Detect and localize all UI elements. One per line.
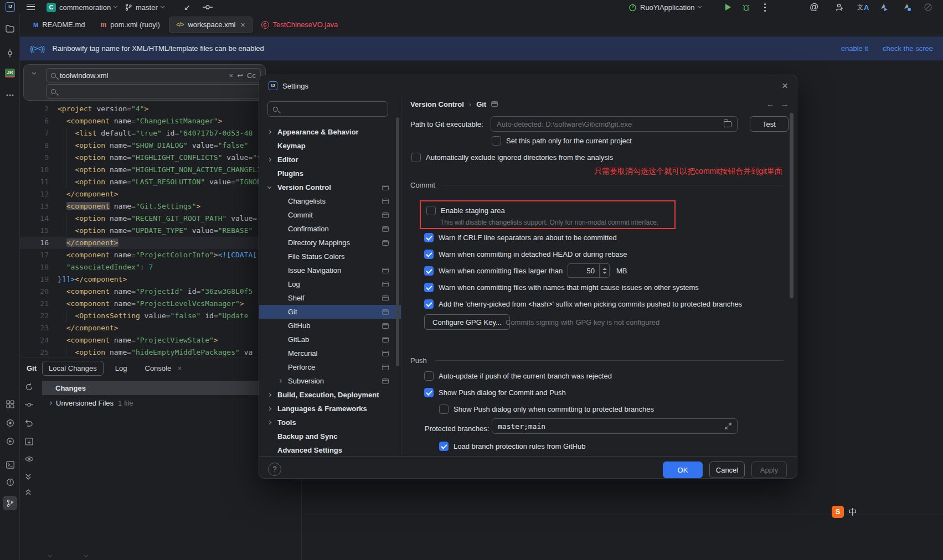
settings-tree-item-confirmation[interactable]: Confirmation	[259, 222, 401, 236]
help-button[interactable]: ?	[268, 463, 281, 476]
terminal-toolwindow-icon[interactable]	[4, 459, 16, 470]
more-toolwindows-icon[interactable]	[4, 90, 16, 101]
git-toolwindow-icon[interactable]	[3, 496, 17, 510]
commit-toolwindow-icon[interactable]	[4, 48, 16, 59]
tab-readme[interactable]: M README.md	[27, 17, 91, 33]
checkbox[interactable]	[426, 206, 436, 215]
services-toolwindow-icon[interactable]	[4, 398, 16, 409]
settings-tree-item-version-control[interactable]: Version Control	[259, 180, 401, 194]
endpoints-toolwindow-icon[interactable]	[4, 417, 16, 428]
show-push-checkbox-row[interactable]: Show Push dialog for Commit and Push	[424, 387, 566, 398]
enable-it-link[interactable]: enable it	[841, 44, 868, 53]
checkbox[interactable]	[411, 153, 421, 162]
expand-field-icon[interactable]	[725, 423, 731, 429]
content-scrollbar[interactable]	[790, 113, 793, 298]
warn-detached-checkbox-row[interactable]: Warn when committing in detached HEAD or…	[424, 248, 627, 260]
checkbox[interactable]	[492, 136, 501, 146]
breadcrumb-parent[interactable]: Version Control	[410, 100, 464, 108]
replace-input[interactable]	[46, 84, 261, 98]
settings-tree-item-languages-frameworks[interactable]: Languages & Frameworks	[259, 402, 401, 416]
code-with-me-icon[interactable]	[835, 0, 844, 14]
project-toolwindow-icon[interactable]	[4, 23, 16, 34]
enable-staging-checkbox-row[interactable]: Enable staging area	[426, 205, 505, 216]
warn-crlf-checkbox-row[interactable]: Warn if CRLF line separators are about t…	[424, 232, 617, 243]
run-button[interactable]	[725, 0, 731, 14]
settings-tree-item-commit[interactable]: Commit	[259, 208, 401, 222]
chevron-right-icon[interactable]	[278, 379, 282, 383]
warn-names-checkbox-row[interactable]: Warn when committing files with names th…	[424, 282, 699, 293]
close-tab-icon[interactable]: ×	[240, 20, 245, 29]
tab-workspace[interactable]: </> workspace.xml ×	[169, 17, 253, 33]
checkbox[interactable]	[424, 266, 434, 276]
chevron-right-icon[interactable]	[267, 421, 271, 424]
chevron-right-icon[interactable]	[267, 158, 271, 162]
run-toolwindow-icon[interactable]	[4, 435, 16, 447]
protected-branches-field[interactable]: master;main	[492, 418, 738, 434]
commit-icon[interactable]	[25, 402, 33, 408]
clear-search-icon[interactable]: ×	[229, 71, 234, 80]
ai-assistant-icon[interactable]: @	[810, 0, 818, 14]
cherry-picked-checkbox-row[interactable]: Add the 'cherry-picked from <hash>' suff…	[424, 298, 742, 309]
run-configuration-widget[interactable]: RuoYiApplication	[628, 0, 701, 14]
tree-scrollbar[interactable]	[396, 117, 399, 366]
settings-tree-item-appearance-behavior[interactable]: Appearance & Behavior	[259, 125, 401, 139]
ok-button[interactable]: OK	[663, 462, 703, 478]
back-icon[interactable]: ←	[766, 100, 774, 108]
apply-button[interactable]: Apply	[751, 462, 787, 478]
close-dialog-icon[interactable]: ×	[782, 80, 788, 92]
settings-tree-item-plugins[interactable]: Plugins	[259, 167, 401, 180]
expand-replace-chevron-icon[interactable]	[32, 71, 36, 75]
debug-button[interactable]	[742, 0, 750, 14]
settings-tree-item-subversion[interactable]: Subversion	[259, 374, 401, 388]
profile-run-icon[interactable]	[879, 0, 889, 14]
problems-toolwindow-icon[interactable]	[4, 476, 16, 488]
auto-exclude-checkbox-row[interactable]: Automatically exclude ignored directorie…	[411, 152, 613, 163]
browse-folder-icon[interactable]	[724, 121, 731, 127]
search-input[interactable]: toolwindow.xml × ↩ Cc	[46, 68, 261, 82]
settings-tree-item-github[interactable]: GitHub	[259, 319, 401, 333]
settings-tree-item-tools[interactable]: Tools	[259, 416, 401, 429]
checkbox[interactable]	[424, 250, 434, 259]
tab-console[interactable]: Console ×	[139, 361, 188, 375]
main-menu-icon[interactable]	[27, 4, 35, 10]
cancel-button[interactable]: Cancel	[709, 462, 745, 478]
set-path-checkbox-row[interactable]: Set this path only for the current proje…	[492, 135, 632, 146]
close-console-icon[interactable]: ×	[178, 364, 182, 372]
test-button[interactable]: Test	[750, 116, 789, 132]
profile-debug-icon[interactable]	[903, 0, 912, 14]
chevron-right-icon[interactable]	[267, 393, 271, 397]
settings-tree-item-gitlab[interactable]: GitLab	[259, 333, 401, 346]
settings-tree-item-build-execution-deployment[interactable]: Build, Execution, Deployment	[259, 388, 401, 402]
settings-tree-item-changelists[interactable]: Changelists	[259, 194, 401, 208]
load-rules-checkbox-row[interactable]: Load branch protection rules from GitHub	[439, 440, 585, 452]
project-widget[interactable]: C commemoration	[47, 0, 117, 14]
checkbox[interactable]	[424, 299, 434, 309]
show-push-protected-checkbox-row[interactable]: Show Push dialog only when committing to…	[439, 403, 654, 414]
spinner-stepper[interactable]	[599, 264, 609, 277]
warn-large-checkbox-row[interactable]: Warn when committing files larger than	[424, 265, 563, 276]
configure-gpg-button[interactable]: Configure GPG Key...	[424, 314, 510, 330]
tab-testchinesevo[interactable]: C TestChineseVO.java	[255, 17, 345, 33]
collapse-all-icon[interactable]	[25, 488, 32, 496]
preview-diff-icon[interactable]	[25, 456, 34, 462]
settings-tree-item-advanced-settings[interactable]: Advanced Settings	[259, 443, 401, 457]
commit-checkin-icon[interactable]	[203, 0, 213, 14]
match-case-toggle[interactable]: Cc	[247, 71, 256, 80]
translate-icon[interactable]: 文A	[857, 0, 869, 14]
branch-widget[interactable]: master	[125, 0, 164, 14]
shelve-icon[interactable]	[25, 438, 33, 445]
tab-local-changes[interactable]: Local Changes	[42, 361, 104, 376]
checkbox[interactable]	[424, 371, 434, 381]
tab-pom[interactable]: m pom.xml (ruoyi)	[94, 17, 166, 33]
settings-tree-item-keymap[interactable]: Keymap	[259, 139, 401, 153]
refresh-icon[interactable]	[25, 383, 33, 391]
more-actions-button[interactable]	[764, 0, 766, 14]
settings-tree-item-shelf[interactable]: Shelf	[259, 291, 401, 305]
chevron-right-icon[interactable]	[267, 130, 271, 134]
update-project-icon[interactable]: ↙	[184, 0, 190, 14]
ime-indicator[interactable]: S 中	[832, 506, 857, 518]
checkbox[interactable]	[439, 442, 449, 451]
jr-plugin-icon[interactable]: JR	[4, 68, 16, 79]
settings-tree-item-backup-and-sync[interactable]: Backup and Sync	[259, 429, 401, 443]
auto-update-checkbox-row[interactable]: Auto-update if push of the current branc…	[424, 370, 612, 381]
